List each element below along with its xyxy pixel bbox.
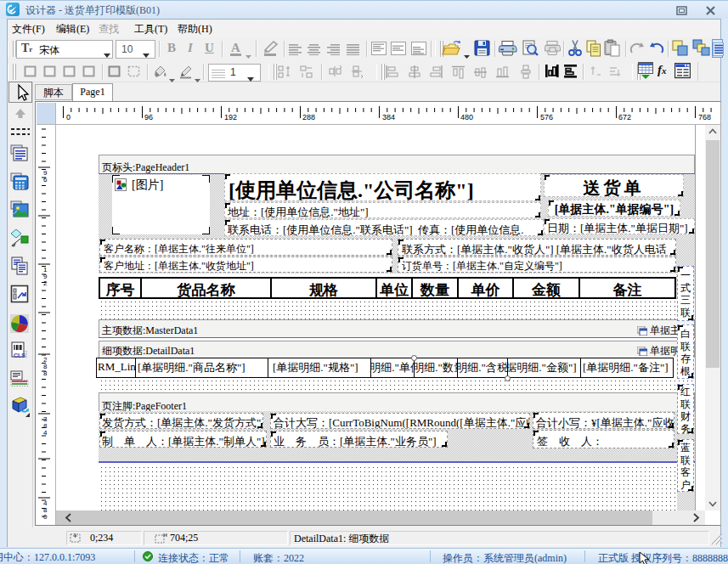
svg-text:0: 0 — [66, 113, 71, 121]
svg-text:384: 384 — [382, 113, 395, 121]
svg-text:480: 480 — [460, 113, 473, 121]
svg-text:192: 192 — [224, 113, 237, 121]
svg-text:A: A — [231, 41, 240, 54]
svg-text:0: 0 — [43, 513, 48, 521]
svg-text:768: 768 — [698, 113, 711, 121]
svg-text:288: 288 — [302, 113, 315, 121]
svg-text:672: 672 — [618, 113, 631, 121]
svg-text:576: 576 — [540, 113, 553, 121]
svg-text:8: 8 — [43, 369, 48, 377]
svg-text:4: 4 — [43, 429, 48, 437]
svg-text:CLS: CLS — [14, 352, 25, 358]
svg-text:2: 2 — [43, 279, 48, 287]
svg-text:96: 96 — [144, 113, 153, 121]
svg-text:6: 6 — [43, 176, 48, 183]
